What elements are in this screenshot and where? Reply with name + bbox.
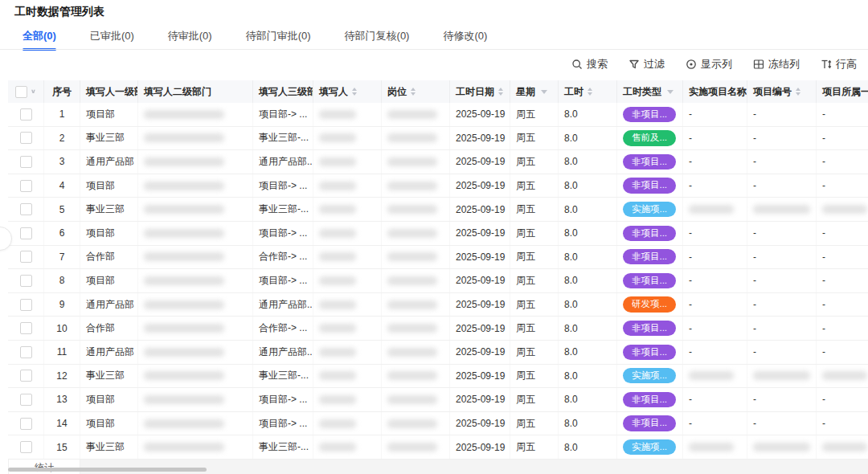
header-project_name: 实施项目名称: [683, 80, 747, 103]
filter-caret-icon[interactable]: [541, 90, 547, 94]
row-checkbox[interactable]: [20, 227, 32, 239]
redacted-text: [144, 205, 224, 214]
worklog-table: ∨序号填写人一级部门填写人二级部门填写人三级部门填写人岗位工时日期星期工时工时类…: [8, 80, 868, 474]
worktime-type-badge: 非项目...: [623, 345, 676, 360]
sort-icon[interactable]: [588, 88, 592, 96]
row-checkbox[interactable]: [20, 156, 32, 168]
redacted-text: [387, 371, 437, 380]
cell-writer: [313, 365, 382, 388]
tab-2[interactable]: 待审批(0): [168, 29, 212, 51]
header-writer[interactable]: 填写人: [313, 80, 382, 103]
redacted-text: [144, 348, 224, 357]
row-checkbox[interactable]: [20, 346, 32, 358]
cell-project_dept: -: [817, 388, 868, 411]
header-week[interactable]: 星期: [510, 80, 559, 103]
worktime-type-badge: 非项目...: [623, 154, 676, 170]
sort-icon[interactable]: [796, 88, 800, 96]
worktime-type-badge: 研发项...: [623, 296, 676, 312]
row-checkbox[interactable]: [20, 203, 32, 215]
cell-dept2: [138, 150, 253, 174]
cell-date: 2025-09-19: [450, 198, 510, 221]
cell-hours: 8.0: [559, 269, 617, 292]
cell-project_name: -: [683, 388, 747, 411]
redacted-text: [319, 110, 356, 119]
cell-dept3: 项目部-> ...: [253, 222, 313, 245]
cell-dept2: [138, 388, 253, 411]
header-type[interactable]: 工时类型: [617, 80, 683, 103]
show-columns-icon: [686, 59, 697, 70]
cell-checkbox: [8, 174, 44, 198]
row-checkbox[interactable]: [20, 441, 32, 453]
cell-post: [382, 435, 450, 459]
sort-icon[interactable]: [498, 88, 503, 96]
worktime-type-badge: 非项目...: [623, 178, 676, 193]
cell-project_dept: [817, 198, 868, 221]
cell-project_name: [683, 435, 747, 459]
header-post[interactable]: 岗位: [382, 80, 450, 103]
cell-date: 2025-09-19: [450, 222, 510, 245]
row-checkbox[interactable]: [20, 132, 32, 144]
cell-project_code: -: [747, 150, 817, 174]
row-checkbox[interactable]: [20, 418, 32, 430]
header-hours[interactable]: 工时: [559, 80, 617, 103]
cell-writer: [313, 388, 382, 411]
cell-dept1: 项目部: [80, 412, 138, 435]
redacted-text: [387, 133, 437, 142]
toolbar-filter-button[interactable]: 过滤: [628, 57, 665, 72]
cell-dept3: 通用产品部...: [253, 293, 313, 317]
tab-0[interactable]: 全部(0): [23, 29, 56, 51]
select-all-checkbox[interactable]: [15, 86, 27, 98]
toolbar-show-columns-button[interactable]: 显示列: [686, 57, 732, 72]
row-checkbox[interactable]: [20, 275, 32, 287]
table-row: 9通用产品部通用产品部...2025-09-19周五8.0研发项...---: [8, 293, 868, 317]
row-checkbox[interactable]: [20, 251, 32, 263]
redacted-text: [689, 371, 734, 380]
horizontal-scrollbar-thumb[interactable]: [8, 468, 207, 472]
redacted-text: [387, 395, 437, 404]
tab-5[interactable]: 待修改(0): [443, 29, 487, 51]
row-checkbox[interactable]: [20, 108, 32, 121]
sort-icon[interactable]: [352, 88, 357, 96]
row-checkbox[interactable]: [20, 370, 32, 382]
cell-post: [382, 269, 450, 292]
table-row: 3通用产品部通用产品部...2025-09-19周五8.0非项目...---: [8, 150, 868, 174]
tab-label: 待修改(0): [443, 30, 487, 42]
row-checkbox[interactable]: [20, 394, 32, 406]
cell-index: 3: [44, 150, 80, 174]
cell-project_dept: [817, 365, 868, 388]
cell-project_name: -: [683, 317, 747, 340]
header-checkbox: ∨: [8, 80, 44, 103]
toolbar-button-label: 过滤: [644, 57, 665, 72]
toolbar-freeze-columns-button[interactable]: 冻结列: [753, 57, 800, 72]
cell-week: 周五: [510, 127, 559, 150]
cell-project_dept: -: [817, 317, 868, 340]
tab-1[interactable]: 已审批(0): [90, 29, 134, 51]
row-checkbox[interactable]: [20, 180, 32, 192]
checkbox-dropdown-caret[interactable]: ∨: [31, 88, 36, 95]
cell-dept1: 通用产品部: [80, 293, 138, 317]
cell-type: 研发项...: [617, 293, 683, 317]
cell-hours: 8.0: [559, 174, 617, 198]
tab-3[interactable]: 待部门审批(0): [246, 29, 311, 51]
row-checkbox[interactable]: [20, 299, 32, 311]
column-header-label: 序号: [52, 85, 72, 99]
sort-icon[interactable]: [411, 88, 416, 96]
header-date[interactable]: 工时日期: [450, 80, 510, 103]
filter-caret-icon[interactable]: [667, 90, 674, 94]
cell-index: 5: [44, 198, 80, 221]
header-project_code[interactable]: 项目编号: [747, 80, 817, 103]
row-checkbox[interactable]: [20, 322, 32, 334]
redacted-text: [387, 110, 437, 119]
redacted-text: [753, 371, 810, 380]
toolbar-button-label: 行高: [836, 57, 857, 72]
cell-dept1: 项目部: [80, 269, 138, 292]
tab-4[interactable]: 待部门复核(0): [345, 29, 410, 51]
cell-checkbox: [8, 341, 44, 364]
cell-checkbox: [8, 388, 44, 411]
toolbar-search-button[interactable]: 搜索: [571, 57, 608, 72]
cell-writer: [313, 269, 382, 292]
cell-hours: 8.0: [559, 435, 617, 459]
redacted-text: [144, 300, 224, 309]
toolbar-row-height-button[interactable]: 行高: [821, 57, 857, 72]
cell-post: [382, 198, 450, 221]
